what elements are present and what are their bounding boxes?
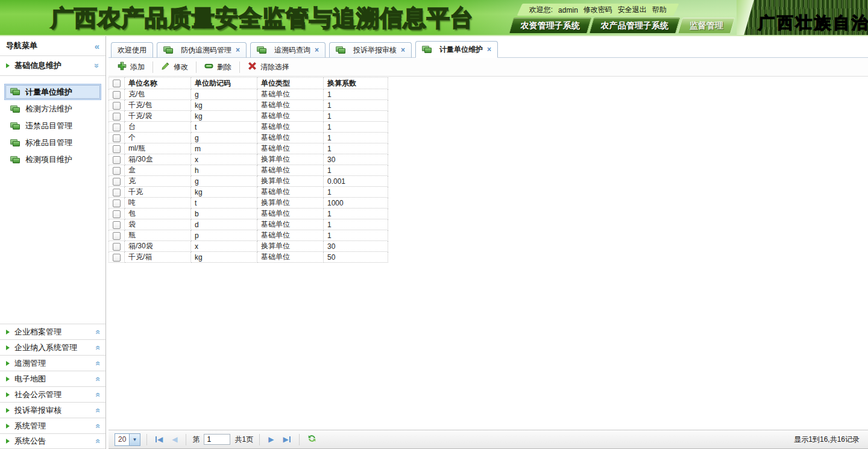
folder-icon [163, 46, 174, 54]
sidebar-section-collapsed[interactable]: 投诉举报审核» [0, 402, 105, 418]
close-icon[interactable]: × [487, 45, 491, 54]
header-link-帮助[interactable]: 帮助 [652, 5, 667, 15]
chevron-down-icon[interactable]: » [93, 392, 101, 397]
main-tab[interactable]: 计量单位维护× [415, 41, 498, 58]
table-row[interactable]: ml/瓶m基础单位1 [109, 143, 388, 154]
row-checkbox[interactable] [113, 91, 121, 99]
main-tab-label: 计量单位维护 [439, 45, 483, 55]
add-button[interactable]: 添加 [111, 60, 151, 74]
row-checkbox[interactable] [113, 167, 121, 175]
header-link-安全退出[interactable]: 安全退出 [618, 5, 647, 15]
subsystem-tab[interactable]: 监督管理 [678, 17, 735, 33]
sidebar-item[interactable]: 检测方法维护 [0, 101, 105, 118]
chevron-down-icon[interactable]: » [93, 377, 101, 381]
column-header-mnemonic-code[interactable]: 单位助记码 [191, 78, 257, 89]
table-row[interactable]: 台t基础单位1 [109, 122, 388, 133]
row-checkbox[interactable] [113, 124, 121, 131]
sidebar-section-collapsed[interactable]: 系统公告» [0, 433, 105, 449]
sidebar-items: 计量单位维护检测方法维护违禁品目管理标准品目管理检测项目维护 [0, 76, 105, 168]
table-row[interactable]: 千克kg基础单位1 [109, 187, 388, 198]
table-row[interactable]: 盒h基础单位1 [109, 165, 388, 176]
table-row[interactable]: 箱/30袋x换算单位30 [109, 241, 388, 252]
row-checkbox[interactable] [113, 145, 121, 153]
sidebar-item[interactable]: 计量单位维护 [4, 84, 101, 100]
column-header-unit-type[interactable]: 单位类型 [257, 78, 324, 89]
row-checkbox[interactable] [113, 232, 121, 240]
prev-page-button[interactable]: ◀ [169, 435, 180, 444]
row-checkbox[interactable] [113, 113, 121, 121]
close-icon[interactable]: × [401, 46, 405, 54]
close-icon[interactable]: × [236, 46, 240, 54]
chevron-down-icon[interactable]: » [93, 345, 101, 350]
clear-selection-button[interactable]: 清除选择 [241, 60, 296, 74]
sidebar-section-collapsed[interactable]: 系统管理» [0, 418, 105, 433]
mnemonic-code-cell: kg [191, 111, 257, 122]
table-row[interactable]: 箱/30盒x换算单位30 [109, 154, 388, 165]
page-size-select[interactable]: 20 ▼ [115, 433, 140, 446]
table-row[interactable]: 瓶p基础单位1 [109, 230, 388, 241]
unit-name-cell: ml/瓶 [125, 143, 191, 154]
main-tab[interactable]: 追溯码查询× [250, 42, 326, 58]
subsystem-tab[interactable]: 农资管理子系统 [509, 17, 591, 33]
sidebar-section-collapsed[interactable]: 社会公示管理» [0, 386, 105, 402]
sidebar-item[interactable]: 违禁品目管理 [0, 118, 105, 134]
table-row[interactable]: 包b基础单位1 [109, 209, 388, 219]
row-checkbox[interactable] [113, 199, 121, 207]
welcome-prefix: 欢迎您: [529, 5, 553, 15]
row-checkbox[interactable] [113, 210, 121, 218]
sidebar-section-collapsed[interactable]: 企业档案管理» [0, 324, 105, 339]
sidebar-item[interactable]: 标准品目管理 [0, 134, 105, 151]
table-row[interactable]: 克/包g基础单位1 [109, 89, 388, 100]
main-tab[interactable]: 欢迎使用 [111, 42, 153, 58]
refresh-button[interactable] [306, 434, 318, 445]
sidebar-section-collapsed[interactable]: 企业纳入系统管理» [0, 339, 105, 355]
sidebar-section-basic-info[interactable]: 基础信息维护 » [0, 56, 105, 76]
subsystem-tab[interactable]: 农产品管理子系统 [589, 17, 680, 33]
chevron-down-icon[interactable]: » [93, 408, 101, 413]
sidebar-section-collapsed[interactable]: 追溯管理» [0, 355, 105, 371]
chevron-down-icon[interactable]: » [93, 439, 101, 444]
row-checkbox[interactable] [113, 134, 121, 142]
section-label: 电子地图 [14, 374, 46, 385]
table-row[interactable]: 吨t换算单位1000 [109, 198, 388, 209]
table-row[interactable]: 个g基础单位1 [109, 133, 388, 143]
unit-type-cell: 换算单位 [257, 198, 324, 209]
unit-type-cell: 基础单位 [257, 209, 324, 219]
table-row[interactable]: 克g换算单位0.001 [109, 176, 388, 187]
chevron-down-icon[interactable]: » [93, 361, 101, 366]
column-header-conversion-factor[interactable]: 换算系数 [324, 78, 388, 89]
row-checkbox[interactable] [113, 102, 121, 110]
unit-type-cell: 基础单位 [257, 111, 324, 122]
next-page-button[interactable]: ▶ [266, 435, 276, 444]
select-all-checkbox[interactable] [113, 80, 121, 87]
table-row[interactable]: 袋d基础单位1 [109, 219, 388, 230]
row-checkbox[interactable] [113, 243, 121, 251]
row-checkbox[interactable] [113, 178, 121, 186]
row-checkbox[interactable] [113, 221, 121, 229]
dropdown-arrow-icon[interactable]: ▼ [129, 434, 140, 445]
column-header-unit-name[interactable]: 单位名称 [125, 78, 191, 89]
page-number-input[interactable] [204, 434, 230, 445]
row-checkbox[interactable] [113, 189, 121, 196]
header-link-修改密码[interactable]: 修改密码 [583, 5, 612, 15]
table-row[interactable]: 千克/包kg基础单位1 [109, 100, 388, 111]
chevron-down-icon[interactable]: » [93, 330, 101, 334]
table-row[interactable]: 千克/箱kg基础单位50 [109, 252, 388, 263]
row-checkbox[interactable] [113, 156, 121, 164]
delete-button[interactable]: 删除 [198, 60, 238, 74]
table-row[interactable]: 千克/袋kg基础单位1 [109, 111, 388, 122]
first-page-button[interactable]: ◀ [153, 435, 165, 444]
edit-button[interactable]: 修改 [154, 60, 195, 74]
close-icon[interactable]: × [315, 46, 319, 54]
row-checkbox[interactable] [113, 254, 121, 262]
sidebar-collapse-icon[interactable]: « [95, 42, 99, 51]
last-page-button[interactable]: ▶ [280, 435, 292, 444]
edit-icon [161, 61, 170, 72]
sidebar-item[interactable]: 检测项目维护 [0, 151, 105, 168]
chevron-down-icon[interactable]: » [93, 424, 101, 429]
sidebar-section-collapsed[interactable]: 电子地图» [0, 371, 105, 386]
main-tab[interactable]: 防伪追溯码管理× [157, 42, 247, 58]
chevron-up-icon[interactable]: » [93, 63, 101, 68]
main-tab[interactable]: 投诉举报审核× [329, 42, 412, 58]
folder-front [338, 48, 345, 54]
